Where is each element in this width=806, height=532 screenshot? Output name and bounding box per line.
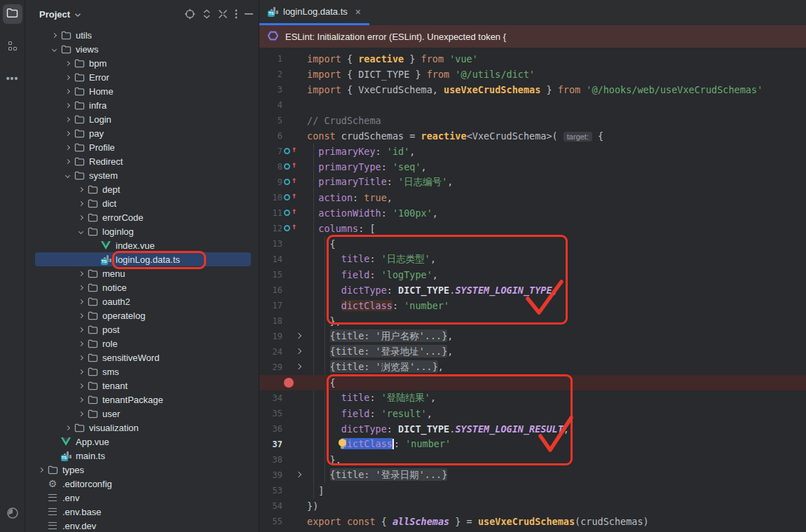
- chevron-down-icon[interactable]: [74, 226, 87, 236]
- tree-item-utils[interactable]: utils: [25, 28, 259, 42]
- chevron-right-icon[interactable]: [74, 184, 87, 194]
- line-number[interactable]: 11: [259, 208, 282, 218]
- code-line-breakpoint[interactable]: {: [259, 375, 806, 390]
- code-line-38[interactable]: 38 },: [259, 452, 806, 468]
- code-line-8[interactable]: 8↑ primaryType: 'seq',: [259, 159, 806, 175]
- code-line-34[interactable]: 34 title: '登陆结果',: [259, 390, 806, 406]
- tree-item-loginlog[interactable]: loginlog: [25, 224, 259, 238]
- line-number[interactable]: 36: [259, 424, 282, 434]
- line-number[interactable]: 2: [259, 69, 282, 79]
- code-line-29[interactable]: 29 {title: '浏览器'...},: [259, 360, 806, 375]
- tree-item--editorconfig[interactable]: ⚙.editorconfig: [25, 477, 259, 491]
- line-number[interactable]: 24: [259, 347, 282, 357]
- tree-item-oauth2[interactable]: oauth2: [25, 294, 259, 308]
- chevron-right-icon[interactable]: [48, 30, 60, 40]
- tree-item-redirect[interactable]: Redirect: [25, 154, 259, 168]
- close-icon[interactable]: ×: [355, 6, 361, 18]
- fold-chevron-icon[interactable]: [296, 364, 301, 369]
- chevron-right-icon[interactable]: [74, 212, 87, 222]
- tree-item-sensitiveword[interactable]: sensitiveWord: [25, 350, 259, 364]
- code-line-17[interactable]: 17 dictClass: 'number': [259, 298, 806, 313]
- chevron-right-icon[interactable]: [61, 142, 74, 152]
- chevron-down-icon[interactable]: [74, 8, 81, 20]
- line-number[interactable]: 39: [259, 470, 282, 480]
- tree-item--env[interactable]: .env: [25, 491, 259, 505]
- structure-tool-button[interactable]: [3, 36, 22, 56]
- line-number[interactable]: 3: [259, 85, 282, 95]
- chevron-right-icon[interactable]: [74, 367, 87, 376]
- tree-item-bpm[interactable]: bpm: [25, 56, 259, 70]
- lightbulb-icon[interactable]: [339, 439, 346, 446]
- line-number[interactable]: 7: [259, 146, 282, 156]
- code-line-15[interactable]: 15 field: 'logType',: [259, 267, 806, 282]
- tree-item-user[interactable]: user: [25, 407, 259, 421]
- tree-item--env-dev[interactable]: .env.dev: [25, 519, 259, 532]
- tree-item-profile[interactable]: Profile: [25, 140, 259, 154]
- tree-item-infra[interactable]: infra: [25, 98, 259, 112]
- tree-item-home[interactable]: Home: [25, 84, 259, 98]
- line-number[interactable]: 1: [259, 54, 282, 64]
- project-panel-title[interactable]: Project: [39, 9, 70, 20]
- line-number[interactable]: 17: [259, 301, 282, 311]
- chevron-right-icon[interactable]: [61, 100, 74, 110]
- tree-item-index-vue[interactable]: index.vue: [25, 238, 259, 252]
- code-line-55[interactable]: 55export const { allSchemas } = useVxeCr…: [259, 514, 806, 529]
- code-line-16[interactable]: 16 dictType: DICT_TYPE.SYSTEM_LOGIN_TYPE…: [259, 282, 806, 298]
- fold-chevron-icon[interactable]: [296, 333, 301, 339]
- tree-item-app-vue[interactable]: App.vue: [25, 435, 259, 449]
- code-line-36[interactable]: 36 dictType: DICT_TYPE.SYSTEM_LOGIN_RESU…: [259, 421, 806, 437]
- line-number[interactable]: 5: [259, 116, 282, 125]
- code-line-6[interactable]: 6const crudSchemas = reactive<VxeCrudSch…: [259, 128, 806, 144]
- line-number[interactable]: 55: [259, 517, 282, 526]
- chevron-right-icon[interactable]: [34, 465, 47, 475]
- tree-item-errorcode[interactable]: errorCode: [25, 210, 259, 224]
- more-tools-button[interactable]: •••: [3, 69, 22, 88]
- tree-item-login[interactable]: Login: [25, 112, 259, 126]
- line-number[interactable]: 34: [259, 393, 282, 403]
- tree-item-dict[interactable]: dict: [25, 196, 259, 210]
- tree-item-sms[interactable]: sms: [25, 364, 259, 378]
- code-line-7[interactable]: 7↑ primaryKey: 'id',: [259, 144, 806, 159]
- code-line-18[interactable]: 18 },: [259, 313, 806, 329]
- code-line-39[interactable]: 39 {title: '登录日期'...}: [259, 468, 806, 483]
- locate-icon[interactable]: [184, 8, 196, 20]
- line-number[interactable]: 13: [259, 239, 282, 249]
- tree-item-tenant[interactable]: tenant: [25, 378, 259, 393]
- chevron-right-icon[interactable]: [61, 72, 74, 82]
- fold-chevron-icon[interactable]: [296, 472, 301, 477]
- code-line-12[interactable]: 12↑ columns: [: [259, 221, 806, 236]
- chevron-right-icon[interactable]: [74, 311, 87, 320]
- line-number[interactable]: 19: [259, 332, 282, 341]
- line-number[interactable]: 35: [259, 409, 282, 418]
- code-line-1[interactable]: 1import { reactive } from 'vue': [259, 51, 806, 67]
- tree-item-operatelog[interactable]: operatelog: [25, 308, 259, 322]
- line-number[interactable]: 8: [259, 162, 282, 172]
- tree-item-post[interactable]: post: [25, 322, 259, 336]
- tree-item-system[interactable]: system: [25, 168, 259, 182]
- fold-chevron-icon[interactable]: [296, 348, 301, 354]
- line-number[interactable]: 9: [259, 177, 282, 187]
- line-number[interactable]: 10: [259, 193, 282, 203]
- chevron-right-icon[interactable]: [74, 381, 87, 390]
- line-number[interactable]: 15: [259, 270, 282, 280]
- tree-item-error[interactable]: Error: [25, 70, 259, 84]
- profiler-tool-button[interactable]: [0, 507, 25, 522]
- chevron-down-icon[interactable]: [61, 170, 74, 180]
- line-number[interactable]: 4: [259, 100, 282, 110]
- tree-item-loginlog-data-ts[interactable]: TSloginLog.data.ts: [25, 252, 259, 266]
- chevron-right-icon[interactable]: [61, 156, 74, 166]
- code-line-24[interactable]: 24 {title: '登录地址'...},: [259, 344, 806, 360]
- line-number[interactable]: 53: [259, 486, 282, 496]
- code-area[interactable]: 1import { reactive } from 'vue'2import {…: [259, 48, 806, 532]
- chevron-right-icon[interactable]: [74, 268, 87, 278]
- line-number[interactable]: 14: [259, 254, 282, 264]
- tree-item-visualization[interactable]: visualization: [25, 421, 259, 435]
- eslint-error-banner[interactable]: ESLint: Initialization error (ESLint). U…: [259, 25, 806, 48]
- chevron-right-icon[interactable]: [61, 114, 74, 124]
- chevron-right-icon[interactable]: [61, 86, 74, 96]
- tree-item-main-ts[interactable]: TSmain.ts: [25, 449, 259, 463]
- tab-loginlog-data-ts[interactable]: TS loginLog.data.ts ×: [259, 0, 369, 25]
- options-kebab-icon[interactable]: [235, 9, 238, 19]
- tree-item-notice[interactable]: notice: [25, 280, 259, 294]
- chevron-right-icon[interactable]: [74, 339, 87, 348]
